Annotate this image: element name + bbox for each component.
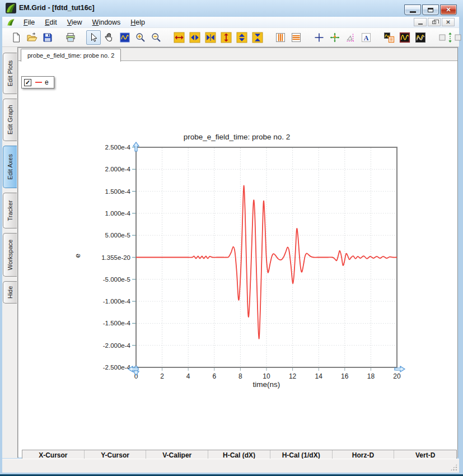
app-logo-icon [6,3,16,13]
select-cursor-icon [88,32,99,43]
plot-report-icon [384,32,395,43]
y-tick-label: 2.000e-4 [105,166,131,172]
new-file-icon [11,32,22,43]
window-minimize-button[interactable] [404,4,421,15]
plot-report-button[interactable] [382,30,396,45]
mdi-minimize-button[interactable] [414,18,427,26]
zoom-in-button[interactable] [133,30,148,45]
y-tick-label: -2.500e-4 [103,364,131,371]
legend-checkbox[interactable]: ✓ [24,79,31,86]
horizontal-gridlines-button[interactable] [289,30,303,45]
sidebar-tab-label: Tracker [7,200,13,221]
compress-horizontal-button[interactable] [203,30,218,45]
expand-horizontal-icon [189,32,200,43]
y-tick-label: 1.500e-4 [105,188,131,195]
save-file-icon [42,32,53,43]
toolbar-group [172,30,266,45]
x-tick-label: 4 [186,372,190,380]
document-tab[interactable]: probe_e_field_time: probe no. 2 [21,49,121,62]
zoom-plot-icon [119,32,130,43]
sidebar-tab-workspace[interactable]: Workspace [3,233,17,277]
window-maximize-button[interactable] [422,4,439,15]
sidebar-tab-label: Workspace [7,240,13,270]
menu-help[interactable]: Help [125,17,150,27]
vertical-gridlines-icon [275,32,286,43]
text-annotation-button[interactable]: A [359,30,373,45]
compress-vertical-icon [252,32,263,43]
toolbar-group [9,30,56,45]
document-logo-icon [7,18,15,26]
tracker-button[interactable] [328,30,342,45]
sidebar-tab-hide[interactable]: Hide [3,281,17,304]
sidebar-tab-edit-graph[interactable]: Edit Graph [3,99,17,141]
plot-overlay-button[interactable] [413,30,428,45]
toolbar-group [436,30,463,45]
mdi-close-button[interactable]: ✕ [442,18,455,26]
save-file-button[interactable] [40,30,55,45]
vertical-gridlines-button[interactable] [273,30,288,45]
plot-svg: 2.500e-42.000e-41.500e-41.000e-45.000e-5… [68,129,427,400]
menu-edit[interactable]: Edit [40,17,62,27]
compress-horizontal-icon [205,32,216,43]
x-tick-label: 10 [263,372,270,380]
fit-vertical-icon [221,32,232,43]
legend-box: ✓ e [21,76,54,88]
new-file-button[interactable] [9,30,24,45]
print-button[interactable] [63,30,78,45]
legend-line-sample [35,82,42,83]
resize-grip[interactable] [450,464,457,471]
x-tick-label: 18 [367,372,375,380]
select-cursor-button[interactable] [86,30,101,45]
minimize-icon [410,11,416,13]
mdi-window-controls: ✕ [413,18,455,26]
fit-vertical-button[interactable] [219,30,233,45]
mdi-restore-button[interactable] [428,18,441,26]
x-axis-label: time(ns) [136,380,397,389]
mdi-restore-icon [432,21,436,24]
y-tick-label: -1.000e-4 [103,298,131,305]
expand-horizontal-button[interactable] [188,30,202,45]
expand-vertical-button[interactable] [235,30,249,45]
plot-single-button[interactable] [397,30,412,45]
pan-hand-button[interactable] [102,30,116,45]
sidebar-tab-label: Edit Graph [7,105,13,135]
compress-vertical-button[interactable] [250,30,265,45]
plot-canvas[interactable]: ✓ e probe_e_field_time: probe no. 2 e 2.… [18,61,457,458]
caliper-icon [345,32,356,43]
sidebar-tab-edit-axes[interactable]: Edit Axes [3,146,17,188]
document-tabbar: probe_e_field_time: probe no. 2 [18,48,457,61]
open-file-button[interactable] [25,30,39,45]
maximize-icon [428,8,433,12]
fit-horizontal-button[interactable] [172,30,186,45]
text-annotation-icon: A [361,32,372,43]
align-vertical-button[interactable] [436,30,463,45]
menu-windows[interactable]: Windows [87,17,126,27]
menubar: FileEditViewWindowsHelp ✕ [2,17,459,28]
plot-overlay-icon [415,32,426,43]
x-tick-label: 6 [212,372,216,380]
document-window: probe_e_field_time: probe no. 2 ✓ e prob… [17,47,458,458]
toolbar-group: A [312,30,375,45]
horizontal-gridlines-icon [291,32,302,43]
menu-view[interactable]: View [62,17,87,27]
x-tick-label: 2 [160,372,164,380]
plot-figure[interactable]: 2.500e-42.000e-41.500e-41.000e-45.000e-5… [68,129,427,400]
x-tick-label: 12 [289,372,297,380]
menu-file[interactable]: File [18,17,40,27]
crosshair-button[interactable] [312,30,326,45]
zoom-out-icon [151,32,162,43]
y-tick-label: 1.000e-4 [105,210,131,217]
window-close-button[interactable]: ✕ [440,4,457,15]
sidebar-tab-tracker[interactable]: Tracker [3,193,17,228]
sidebar-tab-edit-plots[interactable]: Edit Plots [3,53,17,94]
y-tick-label: 5.000e-5 [105,232,130,239]
y-tick-label: -5.000e-5 [103,276,130,283]
toolbar-group [63,30,79,45]
caliper-button[interactable] [343,30,358,45]
zoom-out-button[interactable] [149,30,163,45]
zoom-plot-button[interactable] [118,30,132,45]
window-controls: ✕ [403,4,457,15]
toolbar: A [2,28,459,47]
zoom-in-icon [135,32,146,43]
fit-horizontal-icon [174,32,185,43]
